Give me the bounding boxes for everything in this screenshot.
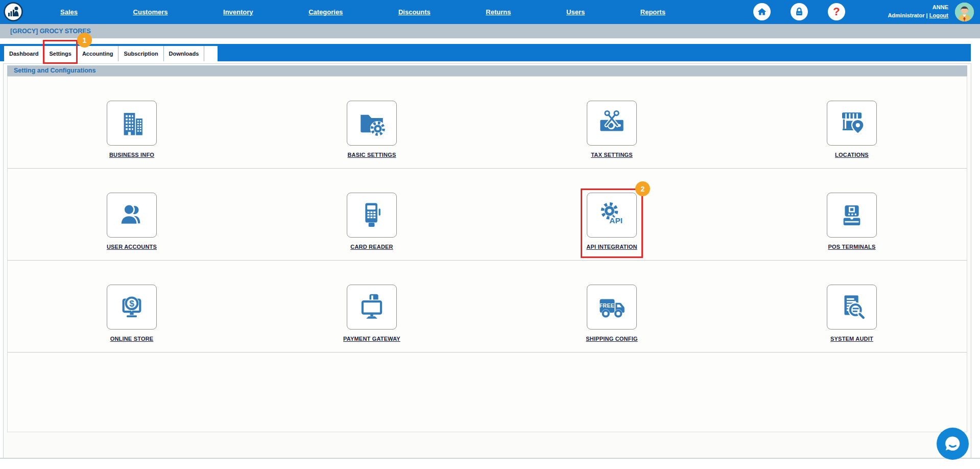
pos-terminals-button[interactable] (827, 193, 877, 238)
tab-accounting[interactable]: Accounting (77, 46, 119, 61)
app-logo[interactable] (4, 2, 23, 21)
step-1-badge: 1 (77, 33, 92, 48)
svg-text:API: API (609, 216, 623, 225)
user-accounts-button[interactable] (107, 193, 157, 238)
logout-link[interactable]: Logout (929, 12, 948, 18)
step-2-badge: 2 (635, 181, 650, 196)
tile-label[interactable]: API INTEGRATION (586, 244, 637, 250)
tile-pos-terminals: POS TERMINALS (808, 193, 895, 251)
section-title: Setting and Configurations (14, 67, 95, 74)
store-location-pin-icon (837, 108, 867, 138)
store-name: [GROCY] GROCY STORES (10, 28, 91, 35)
tile-label[interactable]: BUSINESS INFO (109, 152, 154, 158)
nav-item-categories[interactable]: Categories (308, 8, 343, 16)
tab-downloads[interactable]: Downloads (164, 46, 205, 61)
tile-label[interactable]: CARD READER (350, 244, 393, 250)
cash-register-icon (837, 200, 867, 230)
tile-online-store: $ ONLINE STORE (88, 285, 175, 343)
folder-gear-icon (357, 108, 387, 138)
user-avatar[interactable] (955, 3, 974, 21)
card-reader-button[interactable] (347, 193, 397, 238)
tile-card-reader: CARD READER (328, 193, 415, 251)
app-logo-icon (4, 2, 23, 21)
tile-label[interactable]: TAX SETTINGS (591, 152, 633, 158)
payment-gateway-button[interactable] (347, 285, 397, 330)
online-store-button[interactable]: $ (107, 285, 157, 330)
user-info: ANNE Administrator | Logout (888, 4, 948, 20)
truck-free-icon: FREE (597, 292, 627, 322)
tile-locations: LOCATIONS (808, 101, 895, 159)
tile-payment-gateway: PAYMENT GATEWAY (328, 285, 415, 343)
tile-row-1: BUSINESS INFO BASIC SETTINGS (8, 77, 967, 169)
nav-item-discounts[interactable]: Discounts (398, 8, 431, 16)
nav-item-returns[interactable]: Returns (486, 8, 511, 16)
chat-widget-button[interactable] (937, 428, 969, 460)
settings-panel: Setting and Configurations (3, 63, 971, 458)
system-audit-button[interactable] (827, 285, 877, 330)
api-gear-icon: API (597, 200, 627, 230)
business-info-button[interactable] (107, 101, 157, 146)
user-separator: | (926, 12, 928, 18)
nav-item-customers[interactable]: Customers (133, 8, 168, 16)
help-question-mark: ? (833, 6, 840, 17)
tile-basic-settings: BASIC SETTINGS (328, 101, 415, 159)
tab-bar: Dashboard Settings 1 Accounting Subscrip… (0, 44, 971, 61)
home-icon[interactable] (753, 3, 771, 20)
tile-label[interactable]: PAYMENT GATEWAY (343, 336, 400, 342)
main-menu: Sales Customers Inventory Categories Dis… (60, 0, 665, 24)
users-icon (117, 200, 147, 230)
chat-bubble-icon (937, 428, 969, 460)
document-search-icon (837, 292, 867, 322)
lock-icon[interactable] (791, 3, 808, 20)
tab-subscription[interactable]: Subscription (118, 46, 163, 61)
tile-label[interactable]: BASIC SETTINGS (347, 152, 396, 158)
monitor-card-icon (357, 292, 387, 322)
tile-api-integration: 2 API API INTEGRATION (568, 193, 655, 251)
store-breadcrumb-bar: [GROCY] GROCY STORES (0, 24, 980, 38)
page-bottom-border (0, 458, 980, 459)
nav-item-users[interactable]: Users (566, 8, 585, 16)
tile-row-3: $ ONLINE STORE PAYMENT GATEWAY (8, 261, 967, 353)
settings-grid: BUSINESS INFO BASIC SETTINGS (7, 76, 967, 432)
tile-label[interactable]: SHIPPING CONFIG (586, 336, 637, 342)
nav-quick-icons: ? (753, 3, 845, 20)
tile-user-accounts: USER ACCOUNTS (88, 193, 175, 251)
svg-text:$: $ (129, 298, 134, 309)
tile-label[interactable]: LOCATIONS (835, 152, 869, 158)
nav-item-reports[interactable]: Reports (640, 8, 665, 16)
nav-item-inventory[interactable]: Inventory (223, 8, 253, 16)
basic-settings-button[interactable] (347, 101, 397, 146)
shipping-config-button[interactable]: FREE (587, 285, 637, 330)
help-icon[interactable]: ? (828, 3, 845, 20)
api-integration-button[interactable]: API (587, 193, 637, 238)
avatar-image (955, 3, 974, 21)
top-navbar: Sales Customers Inventory Categories Dis… (0, 0, 980, 24)
buildings-icon (117, 108, 147, 138)
tax-settings-button[interactable] (587, 101, 637, 146)
card-reader-icon (357, 200, 387, 230)
tile-label[interactable]: ONLINE STORE (110, 336, 154, 342)
scissors-money-icon (597, 108, 627, 138)
user-name: ANNE (888, 4, 948, 12)
svg-text:FREE: FREE (600, 303, 615, 309)
tile-label[interactable]: SYSTEM AUDIT (830, 336, 873, 342)
tile-business-info: BUSINESS INFO (88, 101, 175, 159)
tile-system-audit: SYSTEM AUDIT (808, 285, 895, 343)
tile-tax-settings: TAX SETTINGS (568, 101, 655, 159)
nav-item-sales[interactable]: Sales (60, 8, 78, 16)
tile-label[interactable]: USER ACCOUNTS (107, 244, 157, 250)
tab-dashboard[interactable]: Dashboard (4, 46, 44, 61)
tab-strip-filler (204, 46, 218, 61)
tile-shipping-config: FREE SHIPPING CONFIG (568, 285, 655, 343)
locations-button[interactable] (827, 101, 877, 146)
tab-strip: Dashboard Settings 1 Accounting Subscrip… (4, 46, 218, 61)
tile-row-2: USER ACCOUNTS (8, 169, 967, 261)
tile-label[interactable]: POS TERMINALS (828, 244, 875, 250)
tab-settings[interactable]: Settings 1 (44, 46, 77, 61)
section-header: Setting and Configurations (7, 65, 967, 76)
user-role: Administrator (888, 12, 924, 18)
monitor-dollar-icon: $ (117, 292, 147, 322)
